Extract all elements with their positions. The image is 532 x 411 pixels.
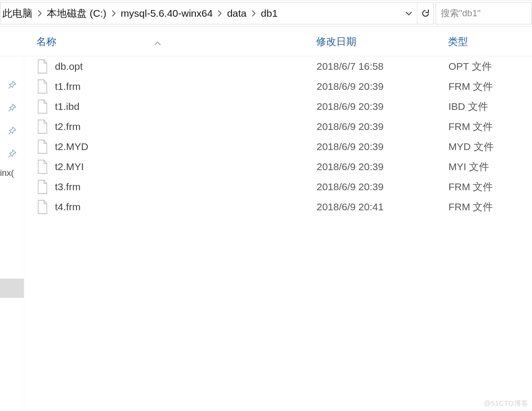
file-name-cell: t2.frm [24, 119, 306, 134]
file-date: 2018/6/9 20:39 [306, 101, 444, 112]
file-icon [37, 140, 48, 154]
file-row[interactable]: t2.MYI2018/6/9 20:39MYI 文件 [24, 157, 532, 177]
chevron-right-icon[interactable] [33, 10, 46, 17]
breadcrumb-item[interactable]: mysql-5.6.40-winx64 [120, 8, 214, 19]
breadcrumb-item[interactable]: db1 [260, 8, 278, 19]
file-row[interactable]: t3.frm2018/6/9 20:39FRM 文件 [24, 177, 532, 197]
file-name-cell: t1.frm [24, 79, 306, 94]
watermark: @51CTO博客 [484, 399, 528, 408]
file-name: t2.frm [55, 121, 81, 132]
file-icon [37, 160, 48, 174]
file-row[interactable]: t2.MYD2018/6/9 20:39MYD 文件 [24, 137, 532, 157]
sort-ascending-icon [154, 37, 161, 48]
file-date: 2018/6/9 20:39 [306, 121, 444, 132]
file-name: t1.frm [55, 81, 81, 92]
file-list: db.opt2018/6/7 16:58OPT 文件t1.frm2018/6/9… [24, 56, 532, 411]
file-date: 2018/6/9 20:39 [306, 81, 444, 92]
svg-line-0 [9, 87, 11, 88]
navigation-sidebar-fragment: inx( [0, 56, 24, 298]
file-name-cell: t3.frm [24, 180, 306, 194]
file-date: 2018/6/9 20:39 [306, 181, 444, 193]
file-row[interactable]: db.opt2018/6/7 16:58OPT 文件 [24, 56, 532, 76]
chevron-right-icon[interactable] [107, 10, 120, 17]
breadcrumb-item[interactable]: 此电脑 [1, 7, 33, 20]
search-input[interactable]: 搜索"db1" [436, 2, 532, 24]
breadcrumb-item[interactable]: data [226, 8, 247, 19]
file-icon [37, 119, 48, 134]
file-name: db.opt [55, 61, 83, 72]
file-type: FRM 文件 [444, 180, 532, 194]
file-icon [37, 180, 48, 194]
file-name: t4.frm [55, 201, 81, 213]
file-row[interactable]: t2.frm2018/6/9 20:39FRM 文件 [24, 117, 532, 137]
search-placeholder: 搜索"db1" [436, 7, 532, 20]
breadcrumb: 此电脑 本地磁盘 (C:) mysql-5.6.40-winx64 data d… [0, 7, 401, 20]
file-name: t3.frm [55, 181, 81, 193]
file-type: OPT 文件 [444, 60, 532, 73]
column-header-label: 名称 [36, 35, 56, 48]
pin-icon[interactable] [0, 119, 24, 142]
file-icon [37, 99, 48, 114]
file-name-cell: t2.MYI [24, 160, 306, 174]
file-name: t2.MYI [55, 161, 84, 173]
file-type: MYD 文件 [444, 140, 532, 153]
pin-icon[interactable] [0, 74, 24, 97]
chevron-right-icon[interactable] [213, 10, 226, 17]
column-header-date[interactable]: 修改日期 [306, 35, 443, 48]
column-header-name[interactable]: 名称 [24, 35, 306, 48]
svg-line-1 [9, 109, 11, 111]
file-name: t1.ibd [55, 101, 79, 112]
history-dropdown-button[interactable] [401, 3, 417, 24]
file-icon [37, 79, 48, 94]
file-row[interactable]: t4.frm2018/6/9 20:41FRM 文件 [24, 197, 532, 217]
column-header-label: 类型 [448, 35, 468, 48]
file-row[interactable]: t1.ibd2018/6/9 20:39IBD 文件 [24, 97, 532, 117]
file-type: FRM 文件 [444, 200, 532, 214]
file-date: 2018/6/9 20:39 [306, 161, 444, 173]
file-icon [37, 200, 48, 214]
breadcrumb-item[interactable]: 本地磁盘 (C:) [46, 7, 107, 20]
refresh-button[interactable] [417, 3, 433, 24]
file-type: FRM 文件 [444, 120, 532, 133]
file-date: 2018/6/9 20:39 [306, 141, 444, 152]
file-date: 2018/6/7 16:58 [306, 61, 444, 72]
column-headers: 名称 修改日期 类型 [0, 27, 532, 56]
file-row[interactable]: t1.frm2018/6/9 20:39FRM 文件 [24, 76, 532, 97]
file-type: MYI 文件 [444, 160, 532, 173]
file-type: IBD 文件 [444, 100, 532, 113]
file-type: FRM 文件 [444, 80, 532, 93]
file-date: 2018/6/9 20:41 [306, 201, 444, 213]
sidebar-item-truncated[interactable]: inx( [0, 165, 24, 178]
chevron-right-icon[interactable] [247, 10, 260, 17]
file-name-cell: t4.frm [24, 200, 306, 214]
sidebar-selected-item[interactable] [0, 279, 24, 298]
file-icon [37, 59, 48, 74]
file-name-cell: db.opt [24, 59, 306, 74]
file-name-cell: t1.ibd [24, 99, 306, 114]
column-header-type[interactable]: 类型 [443, 35, 532, 48]
svg-line-3 [9, 155, 11, 157]
address-bar[interactable]: 此电脑 本地磁盘 (C:) mysql-5.6.40-winx64 data d… [0, 2, 434, 24]
pin-icon[interactable] [0, 142, 24, 165]
pin-icon[interactable] [0, 97, 24, 119]
svg-line-2 [9, 132, 11, 134]
file-name: t2.MYD [55, 141, 88, 152]
file-name-cell: t2.MYD [24, 140, 306, 154]
column-header-label: 修改日期 [316, 35, 356, 48]
toolbar: 此电脑 本地磁盘 (C:) mysql-5.6.40-winx64 data d… [0, 0, 532, 27]
